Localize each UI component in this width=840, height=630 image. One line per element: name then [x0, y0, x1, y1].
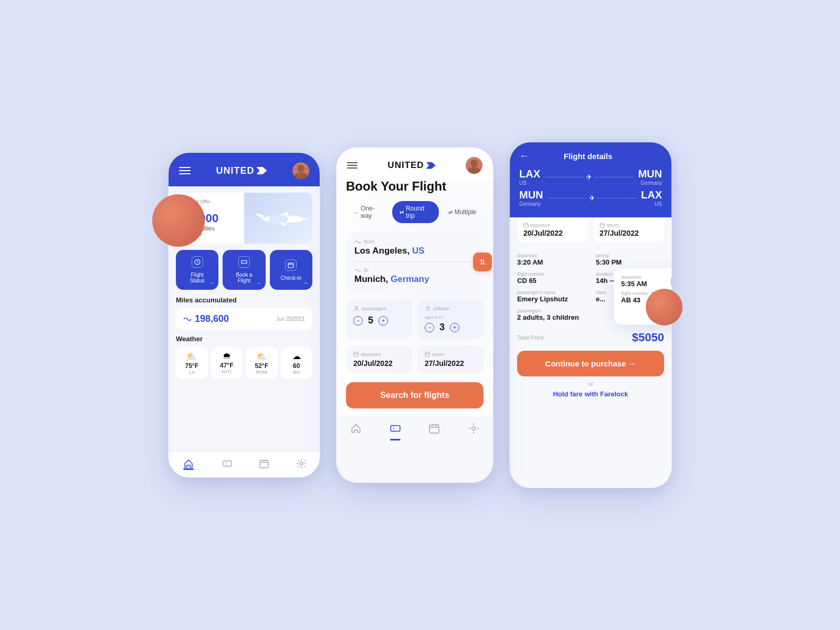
- nav-calendar-icon[interactable]: [258, 457, 270, 470]
- flight-status-label: FlightStatus: [190, 272, 204, 284]
- flight-number-item: flight number CD 65: [517, 271, 585, 285]
- svg-point-27: [355, 307, 358, 309]
- floating-departure-label: departure: [621, 275, 647, 280]
- clock-icon: [192, 256, 203, 268]
- book-flight-label: Book aFlight: [236, 272, 252, 284]
- menu-icon[interactable]: [347, 162, 358, 169]
- miles-title: Miles accumulated: [176, 296, 312, 304]
- from-city[interactable]: Los Angeles, US: [354, 246, 475, 256]
- arrow-icon: →: [353, 209, 359, 215]
- children-decrease[interactable]: −: [425, 323, 434, 332]
- tab-round-trip[interactable]: ⇄ Round trip: [392, 201, 439, 223]
- floating-flight-num: flight number AB 43: [621, 291, 648, 304]
- passengers-value: 5: [368, 315, 373, 326]
- total-price-row: Total Price $5050: [517, 331, 664, 344]
- children-increase[interactable]: +: [450, 323, 459, 332]
- p2-bottom-nav: [337, 417, 493, 444]
- calendar-icon: [285, 259, 297, 271]
- nav-ticket-icon[interactable]: [221, 457, 234, 470]
- p2-page-title: Book Your Flight: [346, 179, 484, 194]
- departure-date-card[interactable]: departure 20/Jul/2022: [346, 345, 412, 374]
- departure-date-card[interactable]: departure 20/Jul/2022: [517, 217, 588, 243]
- weather-temp-la: 75°F: [179, 362, 205, 370]
- search-flights-button[interactable]: Search for flights: [346, 382, 484, 408]
- svg-rect-31: [425, 352, 429, 356]
- departure-label: departure: [353, 352, 405, 357]
- or-divider: or: [510, 381, 671, 387]
- flight-number-value: CD 65: [517, 277, 585, 285]
- passengers-increase[interactable]: +: [379, 316, 388, 326]
- dates-row: departure 20/Jul/2022 return 27/Jul/2022: [346, 345, 484, 374]
- weather-icon-bu: ☁: [284, 351, 310, 361]
- to-country-2: US: [641, 201, 662, 207]
- nav-calendar-icon[interactable]: [428, 423, 440, 436]
- passenger-name-label: passenger's name: [517, 290, 585, 295]
- tab-one-way[interactable]: → One-way: [346, 201, 390, 223]
- weather-cards: ⛅ 75°F LA 🌧 47°F NYC ⛅ 52°F ROM ☁ 60: [176, 347, 312, 379]
- svg-point-26: [468, 167, 480, 174]
- phones-container: UNITED Special Offer GET 50,000 Bonus Mi…: [168, 142, 672, 488]
- route-1: LAX US ✈ MUN Germany: [519, 168, 662, 186]
- from-iata-1: LAX: [519, 168, 540, 180]
- to-city[interactable]: Munich, Germany: [354, 274, 475, 285]
- banner-label: Special Offer: [183, 199, 308, 204]
- wifi-icon: 📶: [670, 278, 672, 285]
- miles-section: Miles accumulated 198,600 Jun 20/2021: [176, 296, 312, 330]
- p3-header: ← Flight details: [510, 142, 671, 168]
- avatar[interactable]: [466, 157, 482, 174]
- p1-header: UNITED: [169, 153, 320, 186]
- book-flight-button[interactable]: Book aFlight →: [223, 250, 265, 290]
- logo-icon: [257, 167, 267, 174]
- nav-settings-icon[interactable]: [295, 457, 308, 470]
- passengers-decrease[interactable]: −: [353, 316, 363, 326]
- floating-flight-label: flight number: [621, 291, 648, 296]
- departure-label: departure: [523, 223, 582, 228]
- weather-temp-nyc: 47°F: [214, 362, 240, 369]
- banner-act[interactable]: Act now: [183, 232, 308, 237]
- arrival-time-value: 5:30 PM: [596, 258, 664, 266]
- floating-departure: departure 5:35 AM: [621, 275, 647, 288]
- miles-date: Jun 20/2021: [276, 316, 305, 322]
- continue-purchase-button[interactable]: Continue to purchase →: [517, 351, 664, 376]
- p3-dates-row: departure 20/Jul/2022 return 27/Jul/2022: [517, 217, 664, 243]
- svg-point-28: [427, 307, 429, 309]
- svg-rect-33: [391, 426, 400, 432]
- svg-rect-42: [600, 223, 604, 227]
- return-label: return: [600, 223, 658, 228]
- flight-line-2: ✈: [549, 194, 636, 202]
- checkin-button[interactable]: Check-in →: [270, 250, 312, 290]
- svg-point-24: [300, 462, 303, 465]
- flight-status-button[interactable]: FlightStatus →: [176, 250, 218, 290]
- svg-rect-11: [242, 260, 247, 264]
- avatar[interactable]: [292, 162, 309, 179]
- weather-icon-la: ⛅: [179, 351, 205, 361]
- to-country-1: Germany: [638, 180, 662, 186]
- return-date-card[interactable]: return 27/Jul/2022: [593, 217, 664, 243]
- weather-bu: ☁ 60 BU: [281, 347, 313, 379]
- tab-round-trip-label: Round trip: [406, 205, 432, 219]
- farelock-link[interactable]: Hold fare with Farelock: [510, 390, 671, 398]
- nav-settings-icon[interactable]: [468, 423, 479, 436]
- nav-home-icon[interactable]: [350, 423, 362, 436]
- page-title: Flight details: [564, 152, 613, 161]
- weather-nyc: 🌧 47°F NYC: [211, 347, 243, 379]
- from-label: from: [354, 239, 475, 245]
- return-date-value: 27/Jul/2022: [425, 359, 476, 368]
- children-control: − 3 +: [425, 322, 476, 333]
- weather-rom: ⛅ 52°F ROM: [246, 347, 278, 379]
- nav-ticket-icon[interactable]: [390, 423, 401, 436]
- back-button[interactable]: ←: [519, 151, 529, 162]
- return-date-card[interactable]: return 27/Jul/2022: [417, 345, 484, 374]
- passenger-name-value: Emery Lipshutz: [517, 295, 585, 303]
- svg-rect-40: [524, 223, 528, 227]
- children-sublabel: ages 0-17: [425, 315, 476, 320]
- tab-multiple[interactable]: ⇌ Multiple: [441, 205, 484, 219]
- return-date: 27/Jul/2022: [600, 229, 658, 237]
- departure-time-value: 3:20 AM: [517, 258, 585, 266]
- floating-card-row-1: departure 5:35 AM 📶 arrival 7:55 PM: [621, 275, 672, 288]
- weather-icon-rom: ⛅: [249, 351, 275, 361]
- p2-body: Book Your Flight → One-way ⇄ Round trip …: [337, 179, 493, 417]
- swap-button[interactable]: ⇅: [473, 253, 492, 271]
- menu-icon[interactable]: [179, 167, 191, 174]
- departure-date: 20/Jul/2022: [523, 229, 582, 237]
